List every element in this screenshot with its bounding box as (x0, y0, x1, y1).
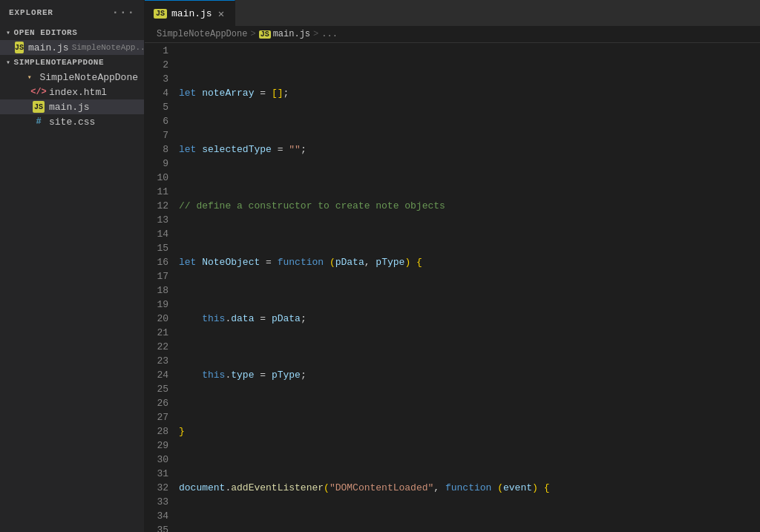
ln-13: 13 (145, 213, 168, 227)
ln-8: 8 (145, 142, 168, 157)
file-name-site-css: site.css (49, 116, 95, 128)
ln-12: 12 (145, 199, 168, 213)
ln-24: 24 (145, 368, 168, 382)
ln-17: 17 (145, 269, 168, 283)
sidebar: EXPLORER ··· ▾ OPEN EDITORS JS main.js S… (0, 0, 145, 532)
folder-name: SimpleNoteAppDone (39, 72, 138, 83)
ln-9: 9 (145, 157, 168, 171)
sidebar-item-main-js[interactable]: JS main.js (0, 99, 144, 114)
ln-28: 28 (145, 424, 168, 439)
sidebar-folder-root[interactable]: ▾ SimpleNoteAppDone (0, 70, 144, 85)
code-line-1: let noteArray = []; (176, 86, 745, 100)
js-file-icon: JS (15, 42, 24, 53)
ln-21: 21 (145, 326, 168, 340)
ln-15: 15 (145, 241, 168, 255)
ln-11: 11 (145, 185, 168, 199)
ln-25: 25 (145, 382, 168, 396)
file-name-main-js: main.js (49, 102, 90, 113)
line-numbers: 1 2 3 4 5 6 7 8 9 10 11 12 13 14 15 16 1… (145, 43, 176, 532)
tab-main-js[interactable]: JS main.js ✕ (145, 0, 235, 26)
ln-2: 2 (145, 58, 168, 72)
tab-close-icon[interactable]: ✕ (217, 6, 226, 22)
code-line-6: this.type = pType; (176, 368, 745, 382)
ln-14: 14 (145, 227, 168, 241)
breadcrumb-part-3: ... (321, 29, 338, 39)
breadcrumb-part-2: JSmain.js (259, 29, 310, 39)
ln-33: 33 (145, 495, 168, 509)
code-line-2: let selectedType = ""; (176, 142, 745, 157)
ln-31: 31 (145, 467, 168, 481)
tab-bar: JS main.js ✕ (145, 0, 760, 26)
ln-10: 10 (145, 171, 168, 185)
folder-icon: ▾ (24, 71, 35, 83)
code-line-3: // define a constructor to create note o… (176, 199, 745, 213)
ln-1: 1 (145, 44, 168, 58)
code-line-4: let NoteObject = function (pData, pType)… (176, 255, 745, 269)
sidebar-title: EXPLORER (9, 8, 53, 17)
open-file-name: main.js (28, 42, 69, 53)
sidebar-item-index-html[interactable]: </> index.html (0, 85, 144, 99)
sidebar-item-site-css[interactable]: # site.css (0, 114, 144, 129)
tab-js-icon: JS (154, 9, 167, 19)
open-editors-section[interactable]: ▾ OPEN EDITORS (0, 25, 144, 40)
open-editors-label: OPEN EDITORS (14, 28, 78, 37)
ln-35: 35 (145, 523, 168, 532)
tab-label: main.js (171, 8, 212, 19)
ln-16: 16 (145, 255, 168, 269)
html-file-icon: </> (33, 86, 45, 98)
open-file-project: SimpleNoteApp... (72, 43, 151, 52)
editor-main: JS main.js ✕ SimpleNoteAppDone > JSmain.… (145, 0, 760, 532)
ln-18: 18 (145, 283, 168, 298)
code-line-7: } (176, 424, 745, 439)
open-editors-chevron: ▾ (6, 28, 11, 37)
ln-6: 6 (145, 114, 168, 128)
file-name-index-html: index.html (49, 87, 107, 98)
code-line-8: document.addEventListener("DOMContentLoa… (176, 481, 745, 495)
ln-27: 27 (145, 410, 168, 424)
ln-32: 32 (145, 481, 168, 495)
sidebar-menu-icon[interactable]: ··· (112, 6, 135, 19)
ln-5: 5 (145, 100, 168, 114)
ln-30: 30 (145, 453, 168, 467)
ln-23: 23 (145, 354, 168, 368)
ln-22: 22 (145, 340, 168, 354)
ln-19: 19 (145, 298, 168, 312)
sidebar-header: EXPLORER ··· (0, 0, 144, 25)
breadcrumb-part-1: SimpleNoteAppDone (157, 29, 247, 39)
js-icon-main: JS (33, 101, 45, 113)
ln-34: 34 (145, 509, 168, 523)
code-editor[interactable]: 1 2 3 4 5 6 7 8 9 10 11 12 13 14 15 16 1… (145, 43, 760, 532)
code-line-5: this.data = pData; (176, 312, 745, 326)
ln-26: 26 (145, 396, 168, 410)
ln-3: 3 (145, 72, 168, 86)
project-label: SIMPLENOTEAPPDONE (14, 58, 105, 67)
breadcrumb: SimpleNoteAppDone > JSmain.js > ... (145, 26, 760, 43)
ln-29: 29 (145, 439, 168, 453)
project-chevron: ▾ (6, 58, 11, 67)
project-section[interactable]: ▾ SIMPLENOTEAPPDONE (0, 55, 144, 70)
code-content[interactable]: let noteArray = []; let selectedType = "… (176, 43, 760, 532)
css-file-icon: # (33, 116, 45, 128)
ln-7: 7 (145, 128, 168, 142)
sidebar-open-file-main-js[interactable]: JS main.js SimpleNoteApp... ✕ (0, 40, 144, 55)
breadcrumb-sep-2: > (313, 29, 318, 39)
breadcrumb-sep-1: > (250, 29, 255, 39)
ln-4: 4 (145, 86, 168, 100)
ln-20: 20 (145, 312, 168, 326)
